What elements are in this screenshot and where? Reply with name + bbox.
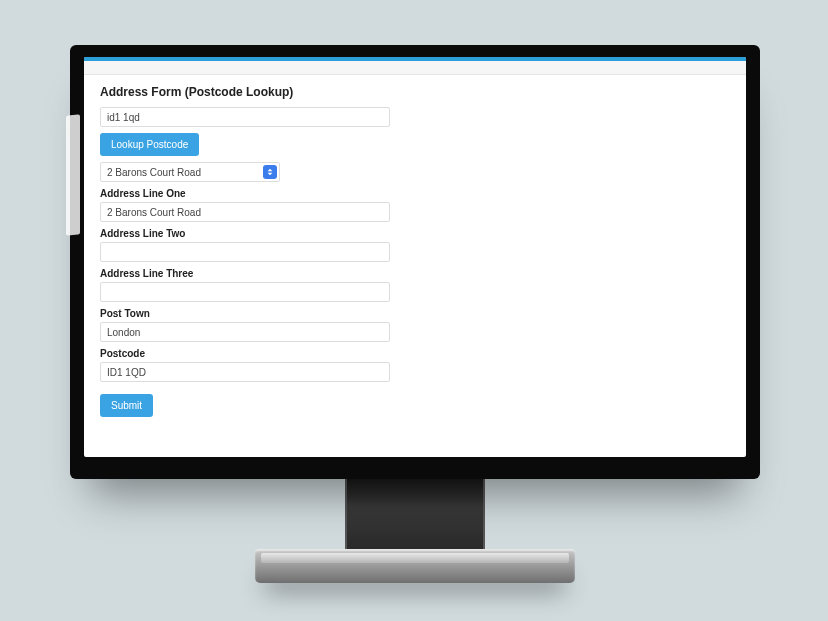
page-title: Address Form (Postcode Lookup) xyxy=(100,85,730,99)
screen: Address Form (Postcode Lookup) Lookup Po… xyxy=(84,57,746,457)
address-line3-input[interactable] xyxy=(100,282,390,302)
submit-button[interactable]: Submit xyxy=(100,394,153,417)
monitor-base xyxy=(255,549,575,583)
post-town-input[interactable] xyxy=(100,322,390,342)
address-select[interactable]: 2 Barons Court Road xyxy=(100,162,280,182)
decorative-shadow xyxy=(66,114,80,235)
label-line3: Address Line Three xyxy=(100,268,730,279)
address-select-wrap: 2 Barons Court Road xyxy=(100,162,280,182)
postcode-input[interactable] xyxy=(100,362,390,382)
label-town: Post Town xyxy=(100,308,730,319)
lookup-postcode-button[interactable]: Lookup Postcode xyxy=(100,133,199,156)
label-line1: Address Line One xyxy=(100,188,730,199)
label-postcode: Postcode xyxy=(100,348,730,359)
window-navbar xyxy=(84,61,746,75)
postcode-lookup-input[interactable] xyxy=(100,107,390,127)
monitor-mockup: Address Form (Postcode Lookup) Lookup Po… xyxy=(70,45,760,583)
label-line2: Address Line Two xyxy=(100,228,730,239)
form-container: Address Form (Postcode Lookup) Lookup Po… xyxy=(84,75,746,429)
address-line2-input[interactable] xyxy=(100,242,390,262)
monitor-neck xyxy=(345,479,485,549)
address-line1-input[interactable] xyxy=(100,202,390,222)
monitor-bezel: Address Form (Postcode Lookup) Lookup Po… xyxy=(70,45,760,479)
